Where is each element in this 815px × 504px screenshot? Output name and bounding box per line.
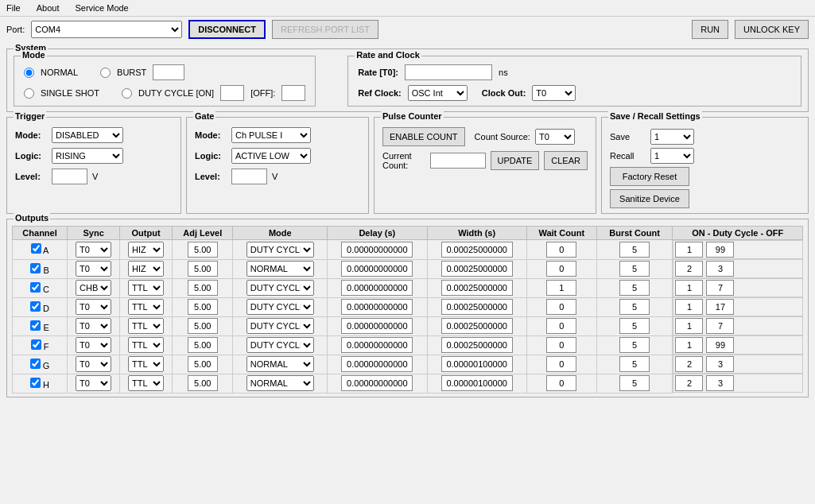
trigger-level-value[interactable]: 1.00 [52, 169, 87, 184]
delay-E-input[interactable] [341, 318, 413, 334]
on-A-input[interactable] [675, 242, 703, 258]
burst-G-input[interactable] [619, 356, 650, 372]
width-F-input[interactable] [441, 337, 513, 353]
output-D-select[interactable]: HIZTTLCMOSVAR [128, 299, 164, 315]
burst-A-input[interactable] [619, 242, 650, 258]
menu-about[interactable]: About [33, 2, 63, 14]
channel-C-checkbox[interactable] [30, 282, 41, 293]
on-B-input[interactable] [675, 261, 703, 277]
adj-level-H-input[interactable] [188, 375, 218, 391]
adj-level-G-input[interactable] [188, 356, 218, 372]
width-G-input[interactable] [441, 356, 513, 372]
duty-cycle-radio[interactable] [122, 88, 132, 99]
output-B-select[interactable]: HIZTTLCMOSVAR [128, 261, 164, 277]
mode-H-select[interactable]: NORMALDUTY CYCLEBURSTSINGLECONT [246, 375, 314, 391]
run-button[interactable]: RUN [692, 20, 728, 39]
wait-H-input[interactable] [546, 375, 576, 391]
sync-B-select[interactable]: T0T1T2T3CHACHBCHCCHDCHECHFCHGCHH [76, 261, 111, 277]
unlock-key-button[interactable]: UNLOCK KEY [735, 20, 809, 39]
wait-C-input[interactable] [546, 280, 576, 296]
wait-B-input[interactable] [546, 261, 576, 277]
enable-count-button[interactable]: ENABLE COUNT [382, 127, 465, 146]
off-F-input[interactable] [706, 337, 734, 353]
delay-D-input[interactable] [341, 299, 413, 315]
channel-G-checkbox[interactable] [30, 359, 41, 369]
adj-level-F-input[interactable] [188, 337, 218, 353]
output-A-select[interactable]: HIZTTLCMOSVAR [128, 242, 164, 258]
off-E-input[interactable] [706, 318, 734, 334]
sync-A-select[interactable]: T0T1T2T3CHACHBCHCCHDCHECHFCHGCHH [76, 242, 111, 258]
sync-C-select[interactable]: T0T1T2T3CHACHBCHCCHDCHECHFCHGCHH [76, 280, 111, 296]
sync-G-select[interactable]: T0T1T2T3CHACHBCHCCHDCHECHFCHGCHH [76, 356, 111, 372]
gate-level-value[interactable]: 1.00 [231, 169, 267, 184]
delay-C-input[interactable] [341, 280, 413, 296]
off-C-input[interactable] [706, 280, 734, 296]
wait-D-input[interactable] [546, 299, 576, 315]
wait-E-input[interactable] [546, 318, 576, 334]
delay-H-input[interactable] [341, 375, 413, 391]
channel-D-checkbox[interactable] [30, 301, 41, 312]
width-C-input[interactable] [441, 280, 513, 296]
channel-A-checkbox[interactable] [31, 243, 41, 254]
mode-F-select[interactable]: NORMALDUTY CYCLEBURSTSINGLECONT [246, 337, 314, 353]
duty-off-value[interactable]: 2 [281, 85, 305, 101]
gate-mode-select[interactable]: Ch PULSE ICh PULSE II [231, 127, 311, 143]
port-select[interactable]: COM4 [31, 21, 182, 38]
channel-E-checkbox[interactable] [30, 320, 41, 331]
adj-level-D-input[interactable] [188, 299, 218, 315]
rate-value[interactable]: 0.003600000 [405, 64, 492, 80]
width-E-input[interactable] [441, 318, 513, 334]
on-G-input[interactable] [675, 356, 703, 372]
off-A-input[interactable] [706, 242, 734, 258]
refresh-port-button[interactable]: REFRESH PORT LIST [272, 20, 378, 39]
channel-F-checkbox[interactable] [31, 339, 41, 350]
factory-reset-button[interactable]: Factory Reset [610, 167, 689, 186]
width-D-input[interactable] [441, 299, 513, 315]
width-B-input[interactable] [441, 261, 513, 277]
on-F-input[interactable] [675, 337, 703, 353]
on-D-input[interactable] [675, 299, 703, 315]
off-B-input[interactable] [706, 261, 734, 277]
menu-service-mode[interactable]: Service Mode [72, 2, 131, 14]
on-H-input[interactable] [675, 375, 703, 391]
burst-D-input[interactable] [619, 299, 650, 315]
width-A-input[interactable] [441, 242, 513, 258]
duty-on-value[interactable]: 4 [220, 85, 244, 101]
delay-G-input[interactable] [341, 356, 413, 372]
wait-A-input[interactable] [546, 242, 576, 258]
output-G-select[interactable]: HIZTTLCMOSVAR [128, 356, 164, 372]
burst-C-input[interactable] [619, 280, 650, 296]
off-G-input[interactable] [706, 356, 734, 372]
ref-clock-select[interactable]: OSC IntOSC ExtEXT [408, 85, 468, 101]
mode-A-select[interactable]: NORMALDUTY CYCLEBURSTSINGLECONT [246, 242, 314, 258]
on-E-input[interactable] [675, 318, 703, 334]
output-H-select[interactable]: HIZTTLCMOSVAR [128, 375, 164, 391]
menu-file[interactable]: File [3, 2, 24, 14]
adj-level-B-input[interactable] [188, 261, 218, 277]
single-shot-radio[interactable] [24, 88, 34, 99]
delay-B-input[interactable] [341, 261, 413, 277]
sync-D-select[interactable]: T0T1T2T3CHACHBCHCCHDCHECHFCHGCHH [76, 299, 111, 315]
sync-F-select[interactable]: T0T1T2T3CHACHBCHCCHDCHECHFCHGCHH [76, 337, 111, 353]
burst-H-input[interactable] [619, 375, 650, 391]
burst-B-input[interactable] [619, 261, 650, 277]
off-H-input[interactable] [706, 375, 734, 391]
trigger-logic-select[interactable]: RISINGFALLING [52, 148, 123, 164]
count-source-select[interactable]: T0T1T2T3 [535, 129, 575, 145]
mode-C-select[interactable]: NORMALDUTY CYCLEBURSTSINGLECONT [246, 280, 314, 296]
burst-radio[interactable] [100, 68, 111, 78]
trigger-mode-select[interactable]: DISABLEDRISINGFALLING [52, 127, 123, 143]
wait-F-input[interactable] [546, 337, 576, 353]
burst-F-input[interactable] [619, 337, 650, 353]
off-D-input[interactable] [706, 299, 734, 315]
width-H-input[interactable] [441, 375, 513, 391]
delay-F-input[interactable] [341, 337, 413, 353]
update-button[interactable]: UPDATE [491, 151, 540, 170]
recall-select[interactable]: 1234 [650, 148, 694, 164]
adj-level-A-input[interactable] [188, 242, 218, 258]
wait-G-input[interactable] [546, 356, 576, 372]
gate-logic-select[interactable]: ACTIVE LOWACTIVE HIGH [231, 148, 311, 164]
burst-E-input[interactable] [619, 318, 650, 334]
channel-B-checkbox[interactable] [30, 263, 41, 273]
output-F-select[interactable]: HIZTTLCMOSVAR [128, 337, 164, 353]
